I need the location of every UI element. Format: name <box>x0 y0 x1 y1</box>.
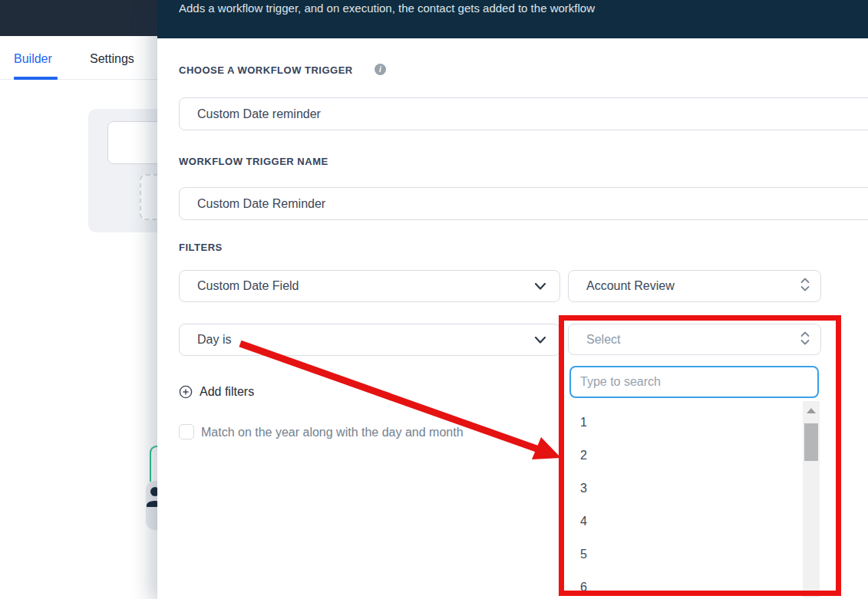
match-year-label: Match on the year along with the day and… <box>201 426 464 439</box>
active-tab-indicator <box>14 77 58 80</box>
filter-operator-value: Day is <box>197 333 535 347</box>
modal-header: Adds a workflow trigger, and on executio… <box>157 0 868 38</box>
plus-circle-icon <box>179 385 193 399</box>
chevron-down-icon <box>535 333 546 347</box>
annotation-red-box <box>559 315 841 596</box>
add-filters-label: Add filters <box>200 385 254 399</box>
trigger-name-label: WORKFLOW TRIGGER NAME <box>179 156 328 167</box>
tab-settings[interactable]: Settings <box>90 52 134 66</box>
chevron-down-icon <box>535 279 546 293</box>
filter-field-dropdown[interactable]: Custom Date Field <box>179 270 560 302</box>
filter-field-value: Custom Date Field <box>197 279 535 293</box>
filter-value-text: Account Review <box>586 279 800 293</box>
add-filters-button[interactable]: Add filters <box>179 385 254 399</box>
tab-builder[interactable]: Builder <box>14 52 52 66</box>
filters-label: FILTERS <box>179 242 223 253</box>
choose-trigger-label: CHOOSE A WORKFLOW TRIGGER <box>179 64 353 76</box>
workflow-trigger-name-input[interactable] <box>179 187 868 220</box>
info-icon[interactable]: i <box>375 64 386 75</box>
chevron-up-down-icon <box>800 277 810 295</box>
workflow-trigger-select[interactable] <box>179 97 868 130</box>
tab-bar: Builder Settings <box>0 36 157 80</box>
filter-operator-dropdown[interactable]: Day is <box>179 324 560 356</box>
filter-value-select[interactable]: Account Review <box>568 270 821 302</box>
match-year-checkbox[interactable] <box>179 424 194 439</box>
modal-header-description: Adds a workflow trigger, and on executio… <box>179 1 595 16</box>
